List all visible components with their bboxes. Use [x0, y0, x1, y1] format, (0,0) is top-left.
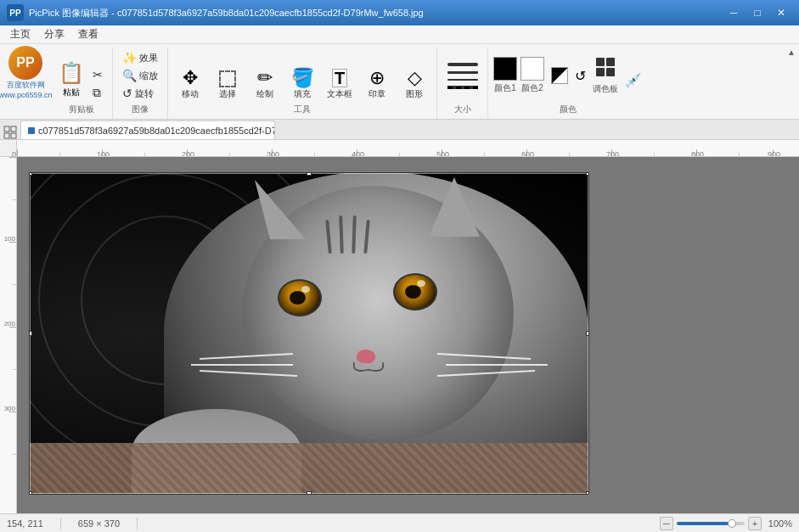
effect-label: 效果 — [139, 52, 158, 64]
resize-handle-br[interactable] — [586, 491, 589, 495]
tools-label: 工具 — [173, 104, 431, 117]
stamp-label: 印章 — [369, 89, 385, 99]
fill-tool-button[interactable]: 🪣 填充 — [285, 58, 319, 102]
color2-label: 颜色2 — [521, 82, 543, 94]
textbox-label: 文本框 — [327, 89, 352, 99]
ribbon-group-clipboard: 📋 粘贴 ✂ ⧉ 剪贴板 — [51, 48, 113, 119]
resize-handle-tm[interactable] — [307, 172, 312, 176]
menu-home[interactable]: 主页 — [3, 25, 37, 43]
logo[interactable]: PP 百度软件网www.pc6559.cn — [0, 44, 51, 119]
ribbon-group-size: 大小 — [437, 48, 488, 119]
dimensions-display: 659 × 370 — [78, 518, 120, 529]
ruler-h-tick-500: 500 — [442, 149, 442, 156]
resize-handle-mr[interactable] — [586, 331, 589, 336]
zoom-out-button[interactable]: ─ — [660, 517, 673, 530]
zoom-percent[interactable]: 100% — [768, 518, 792, 529]
close-button[interactable]: ✕ — [770, 4, 792, 21]
resize-handle-tl[interactable] — [29, 172, 32, 176]
ruler-horizontal: 0 100 200 300 400 — [0, 140, 799, 157]
color-label: 颜色 — [493, 104, 642, 117]
zoom-label: 缩放 — [139, 70, 158, 82]
svg-rect-2 — [596, 68, 605, 76]
ribbon-group-color: 颜色1 颜色2 — [488, 48, 647, 119]
window-controls: ─ □ ✕ — [723, 4, 792, 21]
ruler-h-tick-100: 100 — [102, 149, 103, 156]
ruler-h-tick-400: 400 — [357, 149, 357, 156]
ribbon-group-image: ✨ 效果 🔍 缩放 ↺ 旋转 — [113, 48, 168, 119]
palette-label: 调色板 — [593, 83, 618, 95]
image-canvas[interactable] — [29, 172, 589, 495]
image-label: 图像 — [118, 104, 162, 117]
rotate-label: 旋转 — [135, 87, 154, 100]
palette-button[interactable] — [595, 57, 616, 81]
ruler-vertical: 0 100 200 300 — [0, 157, 17, 513]
rotate-button[interactable]: ↺ 旋转 — [118, 85, 162, 102]
tab-filename: c077851d578f3a6927a59b8da01c209caecfb185… — [38, 126, 275, 136]
logo-icon: PP — [8, 46, 42, 80]
copy-button[interactable]: ⧉ — [88, 84, 107, 102]
ruler-h-tick-300: 300 — [272, 149, 273, 156]
stamp-tool-button[interactable]: ⊕ 印章 — [360, 58, 394, 102]
zoom-slider[interactable] — [677, 522, 745, 525]
size-label: 大小 — [442, 104, 482, 117]
draw-label: 绘制 — [256, 89, 273, 99]
paste-label: 粘贴 — [63, 87, 80, 98]
effect-button[interactable]: ✨ 效果 — [118, 49, 162, 66]
menubar: 主页 分享 查看 — [0, 25, 799, 44]
size-line-dotted[interactable] — [447, 86, 478, 89]
size-line-medium[interactable] — [447, 71, 478, 74]
cut-button[interactable]: ✂ — [88, 66, 107, 83]
resize-handle-ml[interactable] — [29, 331, 32, 336]
ruler-h-tick-0: 0 — [17, 149, 18, 156]
ribbon-collapse-button[interactable]: ▲ — [787, 48, 796, 57]
fill-label: 填充 — [294, 89, 311, 99]
size-line-thick[interactable] — [447, 63, 478, 66]
zoom-button[interactable]: 🔍 缩放 — [118, 67, 162, 84]
canvas-area: 0 100 200 300 — [0, 157, 799, 513]
image-container[interactable] — [29, 172, 589, 495]
svg-rect-1 — [606, 58, 615, 66]
colorpicker-button[interactable]: 💉 — [625, 72, 642, 88]
tab-grid-view[interactable] — [3, 126, 17, 139]
maximize-button[interactable]: □ — [746, 4, 768, 21]
resize-handle-bm[interactable] — [307, 491, 312, 495]
ribbon: PP 百度软件网www.pc6559.cn 📋 粘贴 ✂ — [0, 44, 799, 120]
shape-tool-button[interactable]: ◇ 图形 — [397, 58, 431, 102]
logo-text: 百度软件网www.pc6559.cn — [0, 80, 53, 99]
coordinates-display: 154, 211 — [7, 518, 43, 529]
menu-share[interactable]: 分享 — [37, 25, 71, 43]
svg-rect-6 — [4, 133, 9, 138]
ruler-h-tick-700: 700 — [611, 149, 612, 156]
color-pattern-swatch[interactable] — [551, 67, 568, 84]
color1-label: 颜色1 — [494, 82, 516, 94]
canvas-scroll-area[interactable] — [17, 157, 799, 513]
minimize-button[interactable]: ─ — [723, 4, 745, 21]
tabs-bar: c077851d578f3a6927a59b8da01c209caecfb185… — [0, 120, 799, 140]
resize-handle-bl[interactable] — [29, 491, 32, 495]
color1-swatch[interactable] — [493, 57, 517, 81]
move-tool-button[interactable]: ✥ 移动 — [173, 58, 207, 102]
ribbon-group-tools: ✥ 移动 选择 ✏ 绘制 🪣 填充 — [168, 48, 437, 119]
app-window: PP PicPick 图像编辑器 - c077851d578f3a6927a59… — [0, 0, 799, 532]
window-title: PicPick 图像编辑器 - c077851d578f3a6927a59b8d… — [29, 7, 424, 20]
paste-button[interactable]: 📋 粘贴 — [56, 58, 87, 102]
svg-rect-3 — [606, 68, 615, 76]
workspace: 0 100 200 300 400 — [0, 140, 799, 513]
svg-rect-5 — [11, 126, 16, 132]
move-label: 移动 — [182, 89, 199, 99]
zoom-in-button[interactable]: + — [748, 517, 762, 530]
svg-rect-7 — [11, 133, 16, 138]
color2-swatch[interactable] — [520, 57, 544, 81]
ruler-h-tick-900: 900 — [773, 149, 774, 156]
menu-view[interactable]: 查看 — [71, 25, 105, 43]
ruler-h-tick-600: 600 — [526, 149, 527, 156]
textbox-tool-button[interactable]: T 文本框 — [323, 58, 357, 102]
select-tool-button[interactable]: 选择 — [211, 58, 245, 102]
color-refresh-button[interactable]: ↺ — [575, 68, 586, 84]
draw-tool-button[interactable]: ✏ 绘制 — [248, 58, 282, 102]
tab-file[interactable]: c077851d578f3a6927a59b8da01c209caecfb185… — [20, 120, 275, 139]
resize-handle-tr[interactable] — [586, 172, 589, 176]
ruler-h-tick-200: 200 — [187, 149, 188, 156]
shape-label: 图形 — [406, 89, 423, 99]
size-line-thin[interactable] — [447, 79, 478, 81]
